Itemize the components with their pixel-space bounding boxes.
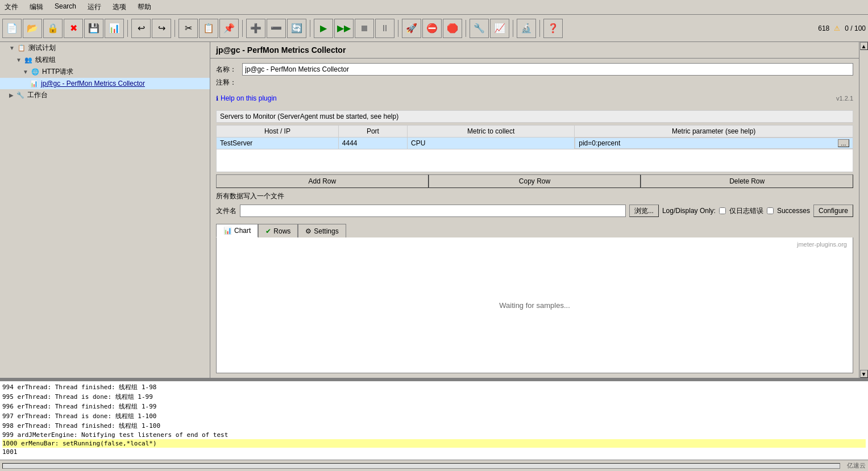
run-button[interactable]: ▶ xyxy=(314,19,333,38)
copy-row-button[interactable]: Copy Row xyxy=(429,174,641,188)
tree-item-plugin[interactable]: 📊 jp@gc - PerfMon Metrics Collector xyxy=(0,78,210,89)
log-scrollbar[interactable] xyxy=(2,463,840,469)
version-label: v1.2.1 xyxy=(836,95,853,102)
cell-param: pid=0:percent ... xyxy=(575,137,853,149)
tree-item-http-request[interactable]: ▼ 🌐 HTTP请求 xyxy=(0,66,210,78)
servers-section-title: Servers to Monitor (ServerAgent must be … xyxy=(216,110,853,123)
log-line-1000: 1000 erMenuBar: setRunning(false,*local*… xyxy=(2,439,866,448)
tree-label-http-request: HTTP请求 xyxy=(42,67,73,77)
right-scrollbar[interactable]: ▲ ▼ xyxy=(859,42,868,378)
tree-item-thread-group[interactable]: ▼ 👥 线程组 xyxy=(0,54,210,66)
table-btn-row: Add Row Copy Row Delete Row xyxy=(216,174,853,188)
graph-button[interactable]: 📈 xyxy=(490,19,509,38)
open-button[interactable]: 📂 xyxy=(23,19,42,38)
undo-button[interactable]: ↩ xyxy=(131,19,151,38)
param-ellipsis-button[interactable]: ... xyxy=(838,139,849,147)
sep-8 xyxy=(539,20,540,37)
toolbar-right: 618 ⚠ 0 / 100 xyxy=(818,24,866,32)
configure-button[interactable]: Configure xyxy=(813,205,853,217)
start-remote-button[interactable]: 🚀 xyxy=(402,19,421,38)
tree-item-workbench[interactable]: ▶ 🔧 工作台 xyxy=(0,89,210,101)
stop-remote-button[interactable]: ⛔ xyxy=(422,19,442,38)
log-only-label: 仅日志错误 xyxy=(729,206,763,216)
paste-button[interactable]: 📌 xyxy=(219,19,239,38)
tab-settings[interactable]: ⚙ Settings xyxy=(298,224,346,237)
log-only-checkbox[interactable] xyxy=(719,207,726,214)
menu-run[interactable]: 运行 xyxy=(85,1,103,13)
stop-remote2-button[interactable]: 🛑 xyxy=(443,19,462,38)
help-button[interactable]: ❓ xyxy=(543,19,563,38)
save-button[interactable]: 💾 xyxy=(84,19,103,38)
scroll-up-button[interactable]: ▲ xyxy=(860,42,868,50)
log-line-996: 996 erThread: Thread finished: 线程组 1-99 xyxy=(2,402,866,411)
settings-tab-label: Settings xyxy=(314,227,338,235)
tab-rows[interactable]: ✔ Rows xyxy=(258,224,298,237)
right-panel: jp@gc - PerfMon Metrics Collector 名称： 注释… xyxy=(210,42,859,378)
file-name-label: 文件名 xyxy=(216,206,236,216)
waiting-text: Waiting for samples... xyxy=(499,301,570,310)
stop-red-button[interactable]: ✖ xyxy=(64,19,83,38)
add-row-button[interactable]: Add Row xyxy=(216,174,429,188)
tree-label-thread-group: 线程组 xyxy=(35,55,56,65)
sep-5 xyxy=(398,20,398,37)
lock-button[interactable]: 🔒 xyxy=(43,19,63,38)
comment-row: 注释： xyxy=(216,78,853,87)
expand-icon-4: ▶ xyxy=(9,92,14,98)
refresh-button[interactable]: 🔄 xyxy=(287,19,306,38)
col-metric: Metric to collect xyxy=(408,126,575,137)
name-label: 名称： xyxy=(216,65,239,74)
remove-button[interactable]: ➖ xyxy=(267,19,286,38)
browse-button[interactable]: 浏览... xyxy=(629,205,659,217)
menu-search[interactable]: Search xyxy=(52,1,78,13)
log-line-1001: 1001 xyxy=(2,448,866,456)
pause-button[interactable]: ⏸ xyxy=(375,19,394,38)
debug-button[interactable]: 🔬 xyxy=(517,19,536,38)
menu-help[interactable]: 帮助 xyxy=(135,1,153,13)
table-row[interactable]: TestServer 4444 CPU pid=0:percent ... xyxy=(217,137,853,149)
menu-file[interactable]: 文件 xyxy=(2,1,20,13)
file-name-input[interactable] xyxy=(240,205,626,217)
sep-2 xyxy=(175,20,175,37)
run-all-button[interactable]: ▶▶ xyxy=(334,19,354,38)
expand-icon: ▼ xyxy=(9,45,15,51)
sep-7 xyxy=(513,20,513,37)
help-link[interactable]: Help on this plugin xyxy=(221,94,277,102)
cut-button[interactable]: ✂ xyxy=(178,19,198,38)
stop-button[interactable]: ⏹ xyxy=(355,19,374,38)
successes-checkbox[interactable] xyxy=(767,207,774,214)
chart-watermark: jmeter-plugins.org xyxy=(797,241,847,248)
chart-tab-label: Chart xyxy=(234,227,251,235)
plugin-panel: jp@gc - PerfMon Metrics Collector 名称： 注释… xyxy=(210,42,859,378)
main-area: ▼ 📋 测试计划 ▼ 👥 线程组 ▼ 🌐 HTTP请求 📊 jp@gc - Pe… xyxy=(0,42,868,378)
test-plan-icon: 📋 xyxy=(17,44,26,53)
delete-row-button[interactable]: Delete Row xyxy=(641,174,853,188)
scroll-down-button[interactable]: ▼ xyxy=(860,370,868,378)
tab-bar: 📊 Chart ✔ Rows ⚙ Settings xyxy=(216,224,853,237)
menu-options[interactable]: 选项 xyxy=(110,1,128,13)
tree-item-test-plan[interactable]: ▼ 📋 测试计划 xyxy=(0,42,210,54)
add-button[interactable]: ➕ xyxy=(246,19,265,38)
report-button[interactable]: 📊 xyxy=(105,19,124,38)
copy-button[interactable]: 📋 xyxy=(199,19,218,38)
warning-count: 618 xyxy=(818,24,829,32)
col-port: Port xyxy=(338,126,407,137)
redo-button[interactable]: ↪ xyxy=(152,19,171,38)
name-input[interactable] xyxy=(242,63,853,76)
comment-label: 注释： xyxy=(216,78,239,87)
chart-tab-icon: 📊 xyxy=(223,227,232,235)
new-button[interactable]: 📄 xyxy=(2,19,22,38)
http-request-icon: 🌐 xyxy=(31,68,40,77)
log-display-label: Log/Display Only: xyxy=(662,207,716,215)
rows-tab-icon: ✔ xyxy=(265,227,271,235)
file-section-label: 所有数据写入一个文件 xyxy=(216,191,853,201)
col-param: Metric parameter (see help) xyxy=(575,126,853,137)
menu-edit[interactable]: 编辑 xyxy=(27,1,45,13)
log-line-995: 995 erThread: Thread is done: 线程组 1-99 xyxy=(2,392,866,402)
log-line-994: 994 erThread: Thread finished: 线程组 1-98 xyxy=(2,382,866,392)
tab-chart[interactable]: 📊 Chart xyxy=(216,224,258,237)
tree-label-workbench: 工作台 xyxy=(27,90,48,100)
thread-group-icon: 👥 xyxy=(24,56,33,65)
config-button[interactable]: 🔧 xyxy=(470,19,489,38)
progress-label: 0 / 100 xyxy=(845,24,866,32)
log-line-997: 997 erThread: Thread is done: 线程组 1-100 xyxy=(2,411,866,421)
